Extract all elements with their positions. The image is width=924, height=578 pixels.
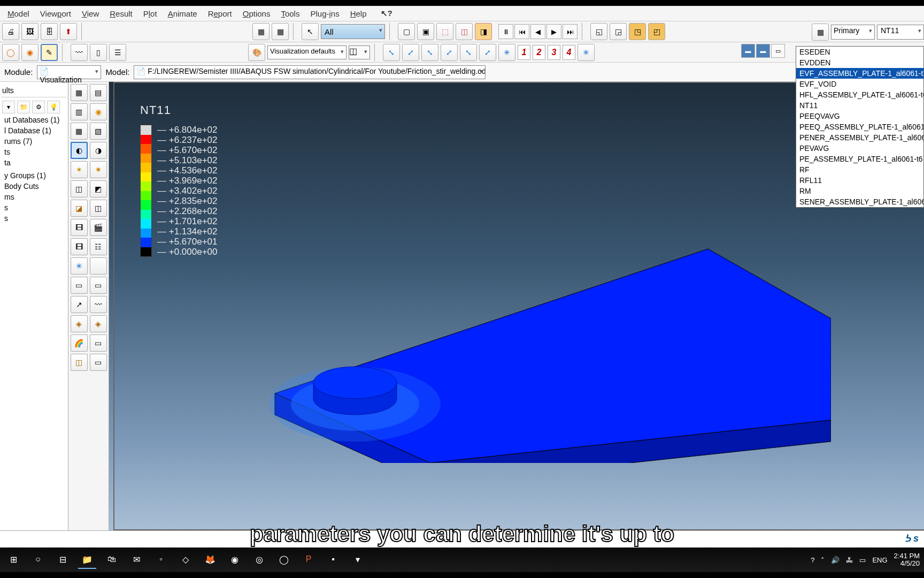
tree-item[interactable]: s — [1, 213, 67, 224]
render-style-select[interactable]: ◫ — [349, 45, 370, 59]
perspective-3[interactable]: ◳ — [629, 23, 646, 40]
dropdown-option[interactable]: EVF_VOID — [796, 79, 923, 89]
tool-common-1[interactable]: ▦ — [71, 84, 88, 101]
tree-item[interactable]: y Groups (1) — [1, 170, 67, 181]
tool-material-1[interactable]: ◫ — [71, 180, 88, 197]
mail-icon[interactable]: ✉ — [127, 551, 145, 569]
tool-csys[interactable]: ✳ — [71, 257, 88, 275]
chevron-up-icon[interactable]: ˄ — [821, 556, 825, 564]
csys-xy[interactable]: ⤡ — [383, 44, 400, 61]
tool-anim-2[interactable]: 🎬 — [90, 219, 107, 236]
mode-1[interactable]: ⬚ — [436, 23, 453, 40]
perspective-4[interactable]: ◰ — [648, 23, 665, 40]
tool-contour-opt[interactable]: ◑ — [90, 142, 107, 159]
network-icon[interactable]: 🖧 — [846, 556, 853, 564]
view-4[interactable]: 4 — [563, 45, 575, 60]
context-help-icon[interactable]: ↖? — [375, 7, 398, 20]
field-output-toggle[interactable]: ▦ — [812, 24, 829, 41]
tool-ply-2[interactable]: ◫ — [90, 200, 107, 217]
powerpoint-icon[interactable]: P — [299, 551, 318, 569]
help-tray-icon[interactable]: ? — [811, 556, 814, 564]
firefox-icon[interactable]: 🦊 — [201, 551, 219, 569]
tree-item[interactable]: s — [1, 202, 67, 213]
dropdown-option[interactable]: HFL_ASSEMBLY_PLATE-1_al6061-t6 pl — [796, 89, 923, 100]
cursor-button[interactable]: ↖ — [302, 23, 319, 40]
tool-contour-1[interactable]: ▦ — [71, 123, 88, 140]
tree-item[interactable]: rums (7) — [1, 136, 67, 147]
tool-spectrum[interactable]: 🌈 — [71, 334, 88, 352]
dropdown-option[interactable]: PE_ASSEMBLY_PLATE-1_al6061-t6 plat — [796, 154, 923, 164]
next-frame-button[interactable]: ▶ — [546, 24, 561, 39]
tool-material-2[interactable]: ◩ — [90, 180, 107, 197]
mode-2[interactable]: ◫ — [456, 23, 473, 40]
last-frame-button[interactable]: ⏭ — [563, 24, 578, 39]
menu-model[interactable]: Model — [2, 7, 35, 20]
upload-button[interactable]: ⬆ — [60, 23, 77, 40]
tree-item[interactable]: ta — [1, 157, 67, 168]
tool-anim-3[interactable]: 🎞 — [71, 238, 88, 255]
tool-options-1[interactable]: ◉ — [90, 103, 107, 120]
tree-item[interactable]: ut Databases (1) — [1, 115, 67, 125]
tree-item[interactable]: ts — [1, 147, 67, 157]
search-button[interactable]: ○ — [29, 551, 47, 569]
app-1-icon[interactable]: ◦ — [152, 551, 170, 569]
grid-a-button[interactable]: ▦ — [252, 23, 270, 40]
grid-b-button[interactable]: ▦ — [272, 23, 289, 40]
battery-icon[interactable]: ▭ — [859, 556, 866, 564]
first-frame-button[interactable]: ⏮ — [514, 24, 529, 39]
model-path[interactable]: 📄 F:/LINGEREW/Semister IIII/ABAQUS FSW s… — [134, 65, 486, 79]
view-1[interactable]: 1 — [518, 45, 530, 60]
brush-button[interactable]: ✎ — [41, 44, 58, 61]
view-3[interactable]: 3 — [548, 45, 560, 60]
save-image-button[interactable]: 🖼 — [21, 23, 38, 40]
tool-field-2[interactable]: ◈ — [90, 315, 107, 332]
menu-tools[interactable]: Tools — [275, 7, 305, 20]
csys-b[interactable]: ⤡ — [460, 44, 477, 61]
csys-a[interactable]: ⤢ — [441, 44, 458, 61]
tool-xy-2[interactable]: ▭ — [90, 277, 107, 294]
csys-xz[interactable]: ⤢ — [402, 44, 419, 61]
dropdown-option[interactable]: ESEDEN — [796, 47, 923, 57]
dropdown-option[interactable]: PEVAVG — [796, 143, 923, 154]
cube-2[interactable]: ▣ — [417, 23, 434, 40]
store-icon[interactable]: 🛍 — [103, 551, 121, 569]
tool-anim-1[interactable]: 🎞 — [71, 219, 88, 236]
print-button[interactable]: 🖨 — [2, 23, 19, 40]
csys-custom[interactable]: ✳ — [578, 44, 595, 61]
tool-contour-2[interactable]: ▧ — [90, 123, 107, 140]
databases-button[interactable]: 🗄 — [41, 23, 58, 40]
tool-deformed[interactable]: ▥ — [71, 103, 88, 120]
dropdown-option[interactable]: SENER_ASSEMBLY_PLATE-1_al6061-t6 — [796, 196, 923, 207]
circle-1[interactable]: ◯ — [2, 44, 19, 61]
module-select[interactable]: 📄 Visualization — [37, 65, 101, 79]
dropdown-option[interactable]: NT11 — [796, 100, 923, 111]
menu-animate[interactable]: Animate — [163, 7, 203, 20]
menu-plugins[interactable]: Plug-ins — [305, 7, 344, 20]
cube-1[interactable]: ▢ — [398, 23, 415, 40]
dropdown-option[interactable]: PENER_ASSEMBLY_PLATE-1_al6061-t6 — [796, 132, 923, 143]
layout-2[interactable]: ▬ — [756, 44, 770, 58]
grid-small[interactable]: ▯ — [90, 44, 107, 61]
menu-help[interactable]: Help — [345, 7, 372, 20]
menu-report[interactable]: Report — [203, 7, 237, 20]
perspective-1[interactable]: ◱ — [590, 23, 607, 40]
dropdown-option[interactable]: RF — [796, 164, 923, 175]
pause-button[interactable]: ⏸ — [498, 24, 513, 39]
tool-probe-1[interactable]: ◫ — [71, 354, 88, 371]
tree-item[interactable]: ms — [1, 192, 67, 202]
view-2[interactable]: 2 — [533, 45, 545, 60]
tool-contour-on[interactable]: ◐ — [71, 142, 88, 159]
dropdown-option[interactable]: EVDDEN — [796, 57, 923, 68]
tool-xy-3[interactable]: ↗ — [71, 296, 88, 313]
curve-button[interactable]: 〰 — [71, 44, 88, 61]
dropdown-option[interactable]: EVF_ASSEMBLY_PLATE-1_al6061-t6 pla — [796, 68, 923, 79]
menu-plot[interactable]: Plot — [138, 7, 163, 20]
tool-xy-4[interactable]: 〰 — [90, 296, 107, 313]
menu-viewport[interactable]: Viewport — [35, 7, 76, 20]
app-4-icon[interactable]: ▾ — [349, 551, 367, 569]
tool-anim-opt[interactable]: ☷ — [90, 238, 107, 255]
task-view-button[interactable]: ⊟ — [53, 551, 72, 569]
colormap-select[interactable]: Visualization defaults — [267, 45, 346, 59]
app-3-icon[interactable]: ◎ — [250, 551, 268, 569]
file-explorer-icon[interactable]: 📁 — [78, 551, 96, 569]
